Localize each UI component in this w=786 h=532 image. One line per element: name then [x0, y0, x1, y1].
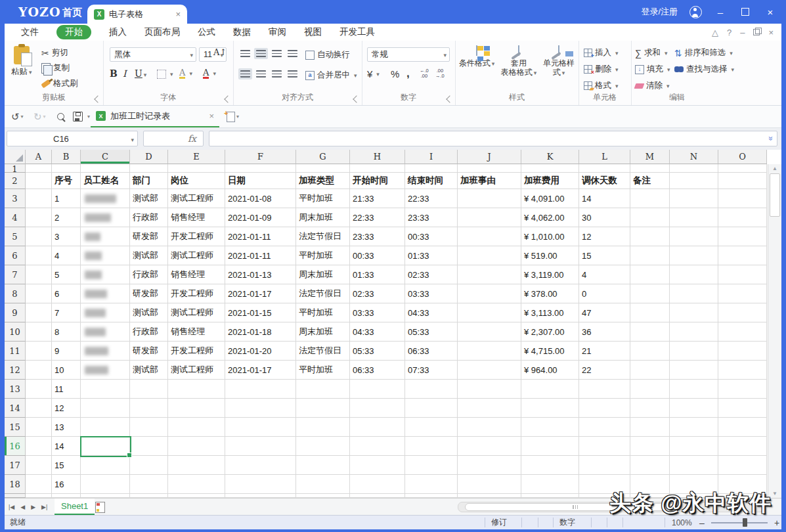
cell-H8[interactable]: 02:33: [350, 284, 405, 303]
cell-F13[interactable]: [225, 380, 296, 399]
cell-B16[interactable]: 14: [52, 437, 81, 456]
cell-C17[interactable]: [81, 456, 130, 475]
cell-E1[interactable]: [168, 164, 225, 173]
zoom-slider[interactable]: [711, 522, 768, 523]
cell-J9[interactable]: [458, 303, 521, 322]
cell-E18[interactable]: [168, 475, 225, 494]
last-sheet-button[interactable]: ▶|: [41, 504, 47, 510]
row-header-8[interactable]: 8: [5, 284, 26, 303]
align-center-button[interactable]: [254, 68, 268, 79]
cell-I9[interactable]: 04:33: [405, 303, 458, 322]
sum-button[interactable]: ∑求和: [635, 47, 668, 58]
column-header-I[interactable]: I: [405, 150, 458, 164]
insert-cells-button[interactable]: +插入: [584, 47, 619, 58]
cell-J18[interactable]: [458, 475, 521, 494]
cell-K13[interactable]: [521, 380, 579, 399]
column-header-C[interactable]: C: [81, 150, 130, 164]
cell-M7[interactable]: [630, 265, 670, 284]
cell-M17[interactable]: [630, 456, 670, 475]
cell-H16[interactable]: [350, 437, 405, 456]
menu-file[interactable]: 文件: [21, 26, 39, 38]
cell-O3[interactable]: [718, 189, 767, 208]
cell-H10[interactable]: 04:33: [350, 322, 405, 342]
cell-C6[interactable]: [81, 246, 130, 265]
cell-N17[interactable]: [670, 456, 718, 475]
cell-I12[interactable]: 07:33: [405, 361, 458, 380]
cell-K7[interactable]: ¥ 3,119.00: [521, 265, 579, 284]
bold-button[interactable]: B: [110, 68, 118, 79]
cell-M15[interactable]: [630, 418, 670, 437]
cell-O12[interactable]: [718, 361, 767, 380]
cell-N9[interactable]: [670, 303, 718, 322]
column-header-J[interactable]: J: [458, 150, 521, 164]
cell-style-button[interactable]: 单元格样式: [540, 46, 577, 78]
new-document-button[interactable]: +▾: [227, 106, 239, 127]
italic-button[interactable]: I: [123, 68, 127, 79]
cell-B6[interactable]: 4: [52, 246, 81, 265]
cell-B9[interactable]: 7: [52, 303, 81, 322]
cell-M10[interactable]: [630, 322, 670, 342]
cell-D1[interactable]: [130, 164, 168, 173]
cell-M16[interactable]: [630, 437, 670, 456]
cell-B4[interactable]: 2: [52, 208, 81, 227]
cell-E13[interactable]: [168, 380, 225, 399]
cell-F15[interactable]: [225, 418, 296, 437]
cell-F16[interactable]: [225, 437, 296, 456]
align-top-button[interactable]: [238, 48, 252, 59]
cell-E17[interactable]: [168, 456, 225, 475]
merge-center-button[interactable]: a合并居中: [305, 70, 357, 81]
cell-D11[interactable]: 研发部: [130, 342, 168, 361]
cell-A11[interactable]: [26, 342, 52, 361]
cell-N7[interactable]: [670, 265, 718, 284]
cell-A14[interactable]: [26, 399, 52, 418]
cell-B7[interactable]: 5: [52, 265, 81, 284]
cell-K3[interactable]: ¥ 4,091.00: [521, 189, 579, 208]
cell-J3[interactable]: [458, 189, 521, 208]
app-tab-spreadsheet[interactable]: X 电子表格 ×: [87, 5, 187, 24]
cell-M4[interactable]: [630, 208, 670, 227]
cell-O6[interactable]: [718, 246, 767, 265]
menu-developer[interactable]: 开发工具: [339, 26, 375, 38]
column-header-H[interactable]: H: [350, 150, 405, 164]
cell-L18[interactable]: [579, 475, 630, 494]
copy-button[interactable]: 复制: [41, 62, 70, 74]
cell-G11[interactable]: 法定节假日: [296, 342, 350, 361]
close-button[interactable]: ×: [764, 7, 777, 18]
cell-N4[interactable]: [670, 208, 718, 227]
cell-J5[interactable]: [458, 227, 521, 246]
cell-L6[interactable]: 15: [579, 246, 630, 265]
increase-decimal-button[interactable]: ←.0.00: [420, 68, 429, 79]
cell-D12[interactable]: 测试部: [130, 361, 168, 380]
collapse-ribbon-icon[interactable]: △: [712, 28, 718, 37]
undo-button[interactable]: ↺▾: [11, 106, 24, 127]
cell-I11[interactable]: 06:33: [405, 342, 458, 361]
cell-A4[interactable]: [26, 208, 52, 227]
row-header-6[interactable]: 6: [5, 246, 26, 265]
cell-O7[interactable]: [718, 265, 767, 284]
zoom-slider-thumb[interactable]: [743, 518, 747, 527]
cell-M12[interactable]: [630, 361, 670, 380]
borders-button[interactable]: [157, 70, 173, 79]
cell-C8[interactable]: [81, 284, 130, 303]
status-number-mode[interactable]: 数字: [559, 516, 575, 529]
cell-N16[interactable]: [670, 437, 718, 456]
cut-button[interactable]: ✂剪切: [41, 47, 68, 58]
row-header-9[interactable]: 9: [5, 303, 26, 322]
cell-I5[interactable]: 00:33: [405, 227, 458, 246]
menu-view[interactable]: 视图: [304, 26, 322, 38]
cell-F1[interactable]: [225, 164, 296, 173]
cell-C14[interactable]: [81, 399, 130, 418]
cell-O10[interactable]: [718, 322, 767, 342]
cell-D10[interactable]: 行政部: [130, 322, 168, 342]
cell-C13[interactable]: [81, 380, 130, 399]
cell-L17[interactable]: [579, 456, 630, 475]
percent-button[interactable]: %: [391, 68, 399, 79]
find-select-button[interactable]: 查找与选择: [674, 64, 734, 75]
cell-A18[interactable]: [26, 475, 52, 494]
cell-E12[interactable]: 测试工程师: [168, 361, 225, 380]
cell-L11[interactable]: 21: [579, 342, 630, 361]
cell-B3[interactable]: 1: [52, 189, 81, 208]
cell-J8[interactable]: [458, 284, 521, 303]
cell-F14[interactable]: [225, 399, 296, 418]
cell-C12[interactable]: [81, 361, 130, 380]
